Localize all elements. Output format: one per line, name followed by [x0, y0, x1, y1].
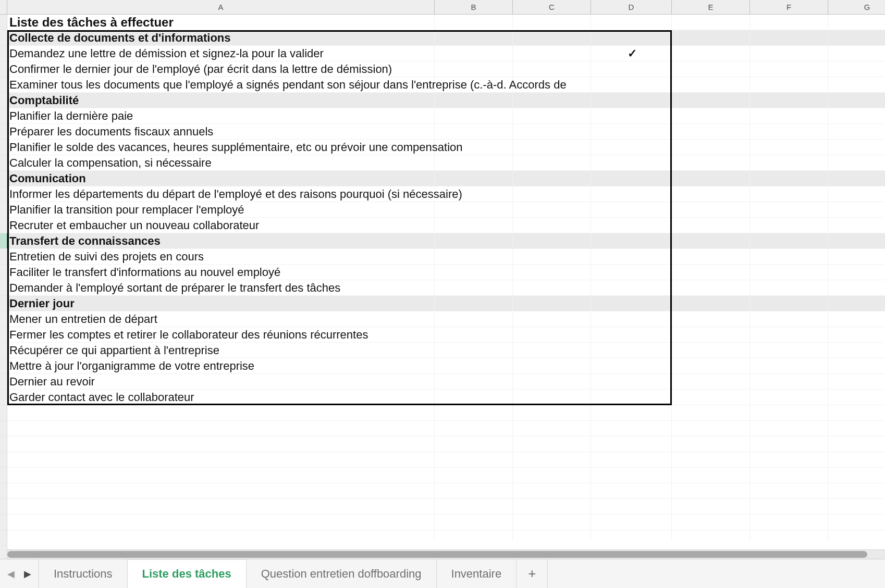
cell[interactable]: [591, 436, 672, 452]
cell[interactable]: [672, 452, 750, 467]
row-number[interactable]: [0, 374, 7, 390]
cell[interactable]: [435, 468, 513, 483]
cell[interactable]: [672, 280, 750, 295]
row-number[interactable]: [0, 171, 7, 186]
cell[interactable]: [828, 124, 885, 139]
cell[interactable]: [672, 124, 750, 139]
cell[interactable]: [672, 374, 750, 389]
cell[interactable]: [828, 61, 885, 77]
cell[interactable]: [435, 390, 513, 405]
spreadsheet-row[interactable]: [7, 515, 885, 530]
cell[interactable]: [435, 280, 513, 295]
task-text[interactable]: Récupérer ce qui appartient à l'entrepri…: [7, 343, 435, 358]
cell[interactable]: [750, 202, 828, 217]
cell[interactable]: [513, 249, 591, 264]
section-heading[interactable]: Dernier jour: [7, 296, 435, 311]
cell[interactable]: [435, 296, 513, 311]
spreadsheet-row[interactable]: Garder contact avec le collaborateur: [7, 390, 885, 405]
spreadsheet-row[interactable]: [7, 436, 885, 452]
row-number[interactable]: [0, 265, 7, 280]
cell[interactable]: [672, 421, 750, 436]
cell[interactable]: [7, 405, 435, 420]
cell[interactable]: [435, 452, 513, 467]
cell[interactable]: [435, 202, 513, 217]
cell[interactable]: [828, 468, 885, 483]
cell[interactable]: [750, 15, 828, 30]
cell[interactable]: [672, 358, 750, 373]
cell[interactable]: [828, 452, 885, 467]
task-text[interactable]: Préparer les documents fiscaux annuels: [7, 124, 435, 139]
cell[interactable]: [828, 171, 885, 186]
cell[interactable]: [828, 265, 885, 280]
cell[interactable]: [828, 30, 885, 45]
cell[interactable]: [513, 452, 591, 467]
cell[interactable]: [591, 202, 672, 217]
cell[interactable]: [672, 108, 750, 123]
column-header[interactable]: F: [750, 0, 828, 14]
spreadsheet-row[interactable]: Dernier au revoir: [7, 374, 885, 390]
task-text[interactable]: Examiner tous les documents que l'employ…: [7, 77, 435, 92]
cell[interactable]: [750, 452, 828, 467]
row-number[interactable]: [0, 218, 7, 233]
cell[interactable]: [750, 483, 828, 498]
spreadsheet-row[interactable]: Planifier la transition pour remplacer l…: [7, 202, 885, 218]
spreadsheet-row[interactable]: Calculer la compensation, si nécessaire: [7, 155, 885, 171]
cell[interactable]: [828, 186, 885, 202]
row-number[interactable]: [0, 515, 7, 530]
row-number[interactable]: [0, 108, 7, 124]
row-number[interactable]: [0, 93, 7, 108]
cell[interactable]: [435, 515, 513, 530]
row-number[interactable]: [0, 530, 7, 546]
cell[interactable]: [591, 77, 672, 92]
cell[interactable]: [513, 421, 591, 436]
spreadsheet-row[interactable]: Fermer les comptes et retirer le collabo…: [7, 327, 885, 343]
cell[interactable]: [435, 265, 513, 280]
cell[interactable]: [828, 499, 885, 514]
section-heading[interactable]: Comptabilité: [7, 93, 435, 108]
sheet-tab[interactable]: Question entretien doffboarding: [247, 559, 437, 588]
spreadsheet-row[interactable]: [7, 405, 885, 421]
spreadsheet-row[interactable]: Demander à l'employé sortant de préparer…: [7, 280, 885, 296]
spreadsheet-row[interactable]: Mener un entretien de départ: [7, 311, 885, 327]
cell[interactable]: [435, 93, 513, 108]
cell[interactable]: [513, 436, 591, 452]
cell[interactable]: [672, 140, 750, 155]
cell[interactable]: [750, 265, 828, 280]
next-sheet-icon[interactable]: ▶: [24, 568, 31, 580]
cell[interactable]: [591, 499, 672, 514]
cell[interactable]: [591, 421, 672, 436]
task-text[interactable]: Calculer la compensation, si nécessaire: [7, 155, 435, 170]
cell[interactable]: [435, 249, 513, 264]
spreadsheet-row[interactable]: Liste des tâches à effectuer: [7, 15, 885, 30]
cell[interactable]: [672, 46, 750, 61]
sheet-tab[interactable]: Inventaire: [437, 559, 517, 588]
cell[interactable]: [513, 515, 591, 530]
cell[interactable]: [513, 327, 591, 342]
spreadsheet-row[interactable]: Dernier jour: [7, 296, 885, 311]
spreadsheet-row[interactable]: [7, 468, 885, 483]
spreadsheet-row[interactable]: Confirmer le dernier jour de l'employé (…: [7, 61, 885, 77]
cell[interactable]: [672, 218, 750, 233]
cell[interactable]: [591, 30, 672, 45]
cell[interactable]: [828, 421, 885, 436]
cell[interactable]: [591, 280, 672, 295]
cell[interactable]: [828, 311, 885, 327]
spreadsheet-row[interactable]: Comptabilité: [7, 93, 885, 108]
cell[interactable]: [513, 358, 591, 373]
cell[interactable]: [435, 436, 513, 452]
cell[interactable]: [7, 530, 435, 541]
cell[interactable]: [513, 296, 591, 311]
cell[interactable]: [672, 311, 750, 327]
spreadsheet-row[interactable]: Préparer les documents fiscaux annuels: [7, 124, 885, 140]
cell[interactable]: [672, 61, 750, 77]
task-text[interactable]: Mener un entretien de départ: [7, 311, 435, 327]
cell[interactable]: [672, 171, 750, 186]
cell[interactable]: [828, 405, 885, 420]
spreadsheet-row[interactable]: Recruter et embaucher un nouveau collabo…: [7, 218, 885, 233]
cell[interactable]: [435, 124, 513, 139]
cell[interactable]: [828, 202, 885, 217]
cell[interactable]: [672, 405, 750, 420]
cell[interactable]: [672, 186, 750, 202]
row-number[interactable]: [0, 327, 7, 343]
spreadsheet-row[interactable]: Examiner tous les documents que l'employ…: [7, 77, 885, 93]
